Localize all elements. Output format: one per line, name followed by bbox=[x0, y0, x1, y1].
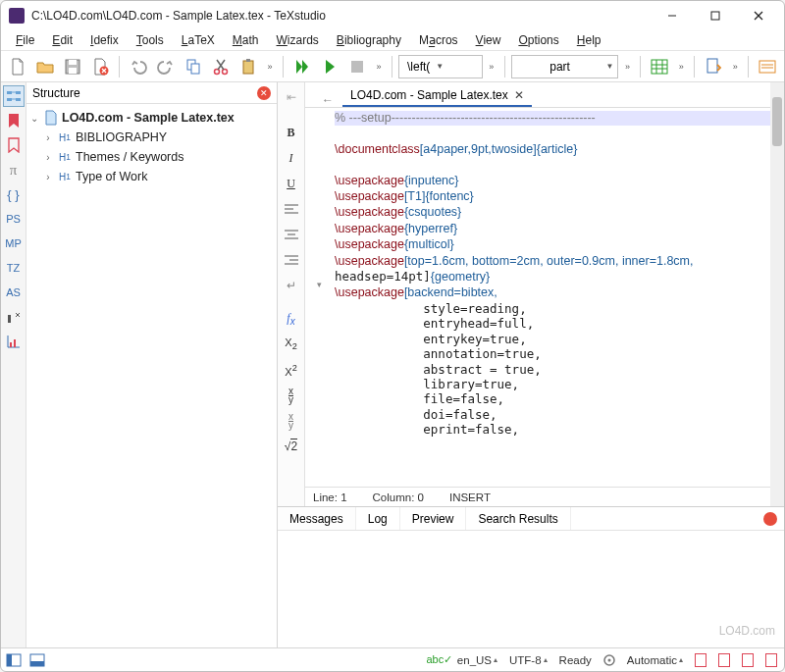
tab-log[interactable]: Log bbox=[356, 507, 400, 530]
paste-button[interactable] bbox=[236, 54, 261, 79]
bookmark-2-icon[interactable] bbox=[715, 651, 733, 669]
pi-icon[interactable]: π bbox=[3, 159, 25, 181]
open-file-button[interactable] bbox=[32, 54, 58, 79]
panel-bottom-icon[interactable] bbox=[28, 651, 46, 669]
structure-view-icon[interactable] bbox=[3, 85, 25, 107]
expand-icon[interactable]: › bbox=[42, 132, 54, 143]
editor-statusline: Line: 1 Column: 0 INSERT bbox=[305, 487, 784, 506]
close-file-button[interactable] bbox=[87, 54, 113, 79]
menu-tools[interactable]: Tools bbox=[128, 30, 173, 50]
bookmark-4-icon[interactable] bbox=[762, 651, 780, 669]
menu-latex[interactable]: LaTeX bbox=[173, 30, 224, 50]
redo-button[interactable] bbox=[153, 54, 179, 79]
expand-icon[interactable]: ⌄ bbox=[28, 113, 40, 124]
svg-rect-1 bbox=[711, 12, 719, 20]
sqrt-button[interactable]: √2 bbox=[281, 436, 302, 457]
svg-point-10 bbox=[215, 69, 220, 74]
menu-file[interactable]: File bbox=[7, 30, 43, 50]
stop-button[interactable] bbox=[344, 54, 370, 79]
cut-button[interactable] bbox=[208, 54, 234, 79]
compile-run-button[interactable] bbox=[289, 54, 315, 79]
dfrac-button[interactable]: xy bbox=[281, 410, 302, 432]
save-button[interactable] bbox=[60, 54, 85, 79]
menu-macros[interactable]: Ma̲cros bbox=[410, 30, 467, 50]
tree-item-type[interactable]: › H1 Type of Work bbox=[28, 167, 275, 186]
menu-wizards[interactable]: Wizards bbox=[268, 30, 328, 50]
chart-icon[interactable] bbox=[3, 331, 25, 352]
spellcheck-icon[interactable]: abc✓ bbox=[431, 651, 448, 669]
bookmarks-icon[interactable] bbox=[3, 110, 25, 131]
gear-icon[interactable] bbox=[601, 651, 618, 669]
minimize-button[interactable] bbox=[651, 2, 694, 29]
view-log-button[interactable] bbox=[755, 54, 780, 79]
tab-messages[interactable]: Messages bbox=[278, 507, 356, 530]
menu-math[interactable]: Math bbox=[224, 30, 268, 50]
tree-root[interactable]: ⌄ LO4D.com - Sample Latex.tex bbox=[28, 108, 275, 128]
editor-tab[interactable]: LO4D.com - Sample Latex.tex ✕ bbox=[342, 85, 532, 107]
fx-button[interactable]: fx bbox=[281, 308, 302, 330]
superscript-button[interactable]: X2 bbox=[281, 359, 302, 381]
toolbar-expand-4[interactable]: » bbox=[620, 62, 634, 72]
menu-view[interactable]: View bbox=[467, 30, 510, 50]
toolbar-expand-1[interactable]: » bbox=[263, 62, 277, 72]
nav-up-button[interactable]: ⇤ bbox=[281, 86, 302, 108]
toolbar-expand-5[interactable]: » bbox=[674, 62, 688, 72]
subscript-button[interactable]: X2 bbox=[281, 334, 302, 355]
braces-icon[interactable]: { } bbox=[3, 183, 25, 205]
expand-icon[interactable]: › bbox=[42, 172, 54, 182]
close-button[interactable] bbox=[737, 2, 780, 29]
tab-search-results[interactable]: Search Results bbox=[466, 507, 570, 530]
toolbar-expand-6[interactable]: » bbox=[728, 62, 742, 72]
panel-left-icon[interactable] bbox=[5, 651, 23, 669]
code-area[interactable]: % ---setup------------------------------… bbox=[333, 108, 784, 487]
as-icon[interactable]: AS bbox=[3, 282, 25, 303]
fold-toggle[interactable]: ▾ bbox=[317, 277, 322, 291]
menu-idefix[interactable]: Idefix bbox=[81, 30, 128, 50]
bookmark-1-icon[interactable] bbox=[692, 651, 709, 669]
language-selector[interactable]: en_US▴ bbox=[454, 654, 500, 666]
tz-icon[interactable]: TZ bbox=[3, 257, 25, 279]
pdf-export-button[interactable] bbox=[701, 54, 726, 79]
tab-preview[interactable]: Preview bbox=[400, 507, 467, 530]
menu-options[interactable]: Options bbox=[509, 30, 567, 50]
align-center-button[interactable] bbox=[281, 224, 302, 245]
toolbar-expand-2[interactable]: » bbox=[372, 62, 386, 72]
prev-tab-button[interactable]: ← bbox=[319, 93, 337, 107]
sidebar-close-button[interactable]: ✕ bbox=[257, 86, 271, 100]
mp-icon[interactable]: MP bbox=[3, 233, 25, 254]
toolbar-expand-3[interactable]: » bbox=[485, 62, 498, 72]
table-button[interactable] bbox=[647, 54, 672, 79]
maximize-button[interactable] bbox=[694, 2, 737, 29]
tree-item-bibliography[interactable]: › H1 BIBLIOGRAPHY bbox=[28, 128, 275, 147]
menu-help[interactable]: Help bbox=[568, 30, 610, 50]
tree-item-themes[interactable]: › H1 Themes / Keywords bbox=[28, 147, 275, 167]
bracket-dropdown[interactable]: \left( ▼ bbox=[398, 55, 483, 78]
new-file-button[interactable] bbox=[5, 54, 30, 79]
section-dropdown[interactable]: part ▼ bbox=[511, 55, 619, 78]
bold-button[interactable]: B bbox=[281, 122, 302, 143]
underline-button[interactable]: U bbox=[281, 173, 302, 194]
compile-button[interactable] bbox=[317, 54, 342, 79]
bookmark-3-icon[interactable] bbox=[739, 651, 757, 669]
align-right-button[interactable] bbox=[281, 249, 302, 271]
magic-icon[interactable] bbox=[3, 306, 25, 328]
vertical-scrollbar[interactable] bbox=[770, 82, 784, 506]
encoding-selector[interactable]: UTF-8▴ bbox=[506, 654, 550, 666]
editor[interactable]: ▾ % ---setup----------------------------… bbox=[305, 108, 784, 487]
svg-rect-49 bbox=[30, 661, 44, 666]
menu-edit[interactable]: Edit bbox=[43, 30, 81, 50]
expand-icon[interactable]: › bbox=[42, 152, 54, 163]
bookmark-outline-icon[interactable] bbox=[3, 134, 25, 156]
newline-button[interactable]: ↵ bbox=[281, 275, 302, 296]
undo-button[interactable] bbox=[126, 54, 151, 79]
bottom-panel-close-button[interactable] bbox=[763, 512, 777, 526]
scroll-thumb[interactable] bbox=[772, 97, 782, 146]
menu-bibliography[interactable]: Bibliography bbox=[328, 30, 410, 50]
frac-button[interactable]: xy bbox=[281, 385, 302, 406]
copy-button[interactable] bbox=[181, 54, 206, 79]
tab-close-button[interactable]: ✕ bbox=[514, 88, 524, 102]
align-left-button[interactable] bbox=[281, 198, 302, 220]
root-mode-selector[interactable]: Automatic▴ bbox=[624, 654, 686, 666]
italic-button[interactable]: I bbox=[281, 147, 302, 169]
ps-icon[interactable]: PS bbox=[3, 208, 25, 230]
